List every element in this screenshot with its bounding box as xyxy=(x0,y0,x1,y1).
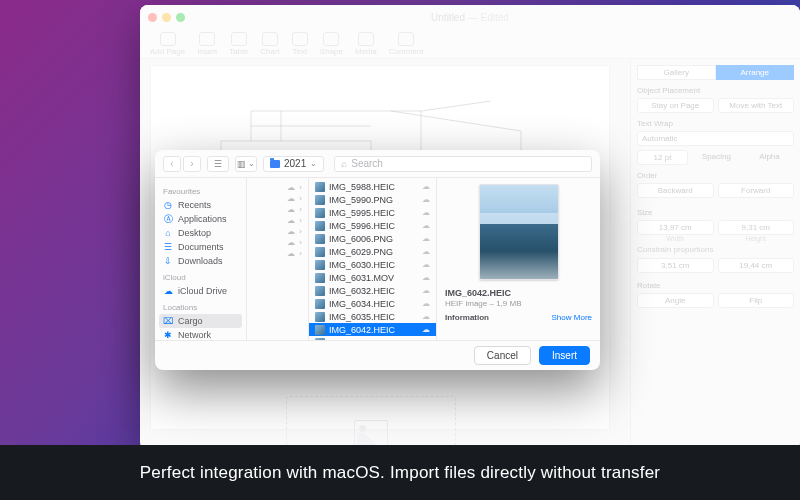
file-thumb-icon xyxy=(315,182,325,192)
file-row[interactable]: IMG_6035.HEIC☁ xyxy=(309,310,436,323)
folder-icon xyxy=(270,160,280,168)
cloud-icon: ☁ xyxy=(422,299,430,308)
file-thumb-icon xyxy=(315,325,325,335)
cloud-icon: ☁ xyxy=(422,195,430,204)
cloud-icon: ☁ xyxy=(287,205,295,214)
file-name: IMG_6034.HEIC xyxy=(329,299,395,309)
folder-popup[interactable]: 2021 ⌄ xyxy=(263,156,324,172)
cloud-icon: ☁ xyxy=(287,238,295,247)
file-row[interactable]: IMG_6042.HEIC☁ xyxy=(309,323,436,336)
group-button[interactable]: ▥⌄ xyxy=(235,156,257,172)
file-row[interactable]: IMG_6034.HEIC☁ xyxy=(309,297,436,310)
file-row[interactable]: IMG_6006.PNG☁ xyxy=(309,232,436,245)
doc-icon: ☰ xyxy=(163,242,173,252)
sidebar-item-recents[interactable]: ◷Recents xyxy=(155,198,246,212)
cloud-icon: ☁ xyxy=(422,286,430,295)
pt-stepper[interactable]: 12 pt xyxy=(637,150,688,165)
constrain-checkbox[interactable]: Constrain proportions xyxy=(637,245,794,254)
back-button[interactable]: ‹ xyxy=(163,156,181,172)
cancel-button[interactable]: Cancel xyxy=(474,346,531,365)
file-row[interactable]: IMG_5990.PNG☁ xyxy=(309,193,436,206)
dialog-footer: Cancel Insert xyxy=(155,340,600,370)
file-row[interactable]: IMG_6030.HEIC☁ xyxy=(309,258,436,271)
file-row[interactable]: IMG_6029.PNG☁ xyxy=(309,245,436,258)
parent-folder-row[interactable]: ☁› xyxy=(251,204,304,215)
width-field[interactable]: 13,97 cm xyxy=(637,220,714,235)
sidebar-item-desktop[interactable]: ⌂Desktop xyxy=(155,226,246,240)
parent-folder-row[interactable]: ☁› xyxy=(251,248,304,259)
sidebar-item-applications[interactable]: ⒶApplications xyxy=(155,212,246,226)
file-name: IMG_6032.HEIC xyxy=(329,286,395,296)
cloud-icon: ☁ xyxy=(422,208,430,217)
pos-x-field[interactable]: 3,51 cm xyxy=(637,258,714,273)
cloud-icon: ☁ xyxy=(287,249,295,258)
minimize-icon[interactable] xyxy=(162,13,171,22)
sidebar-item-network[interactable]: ✱Network xyxy=(155,328,246,340)
insert-button[interactable]: Insert xyxy=(539,346,590,365)
show-more-link[interactable]: Show More xyxy=(552,313,592,322)
sidebar-item-downloads[interactable]: ⇩Downloads xyxy=(155,254,246,268)
stay-on-page-button[interactable]: Stay on Page xyxy=(637,98,714,113)
toolbar-chart[interactable]: Chart xyxy=(260,32,280,56)
dialog-toolbar: ‹ › ☰ ▥⌄ 2021 ⌄ ⌕ Search xyxy=(155,150,600,178)
toolbar-shape[interactable]: Shape xyxy=(320,32,343,56)
sidebar-item-icloud-drive[interactable]: ☁iCloud Drive xyxy=(155,284,246,298)
file-name: IMG_5990.PNG xyxy=(329,195,393,205)
preview-thumbnail xyxy=(479,184,559,280)
flip-button[interactable]: Flip xyxy=(718,293,795,308)
sidebar: Favourites◷RecentsⒶApplications⌂Desktop☰… xyxy=(155,178,247,340)
text-wrap-select[interactable]: Automatic xyxy=(637,131,794,146)
tab-gallery[interactable]: Gallery xyxy=(637,65,716,80)
parent-folder-row[interactable]: ☁› xyxy=(251,237,304,248)
file-row[interactable]: IMG_6032.HEIC☁ xyxy=(309,284,436,297)
file-name: IMG_6030.HEIC xyxy=(329,260,395,270)
desktop-icon: ⌂ xyxy=(163,228,173,238)
cloud-icon: ☁ xyxy=(422,221,430,230)
toolbar-text[interactable]: Text xyxy=(292,32,308,56)
app-icon: Ⓐ xyxy=(163,214,173,224)
toolbar-add-page[interactable]: Add Page xyxy=(150,32,185,56)
column-view-button[interactable]: ☰ xyxy=(207,156,229,172)
parent-folder-row[interactable]: ☁› xyxy=(251,226,304,237)
cloud-icon: ☁ xyxy=(422,273,430,282)
file-thumb-icon xyxy=(315,312,325,322)
search-input[interactable]: ⌕ Search xyxy=(334,156,592,172)
cloud-icon: ☁ xyxy=(287,227,295,236)
toolbar-insert[interactable]: Insert xyxy=(197,32,217,56)
file-thumb-icon xyxy=(315,234,325,244)
column-1[interactable]: ☁›☁›☁›☁›☁›☁›☁› xyxy=(247,178,309,340)
file-row[interactable]: IMG_6031.MOV☁ xyxy=(309,271,436,284)
image-dropzone[interactable]: Drag images here. xyxy=(286,396,456,450)
preview-kind: HEIF image – 1,9 MB xyxy=(445,299,592,308)
toolbar-table[interactable]: Table xyxy=(229,32,248,56)
chevron-right-icon: › xyxy=(299,205,302,214)
height-field[interactable]: 9,31 cm xyxy=(718,220,795,235)
sidebar-item-cargo[interactable]: ⌧Cargo xyxy=(159,314,242,328)
file-row[interactable]: IMG_5995.HEIC☁ xyxy=(309,206,436,219)
inspector-panel: Gallery Arrange Object Placement Stay on… xyxy=(630,59,800,450)
forward-button[interactable]: Forward xyxy=(718,183,795,198)
toolbar-comment[interactable]: Comment xyxy=(389,32,424,56)
backward-button[interactable]: Backward xyxy=(637,183,714,198)
close-icon[interactable] xyxy=(148,13,157,22)
sidebar-item-documents[interactable]: ☰Documents xyxy=(155,240,246,254)
parent-folder-row[interactable]: ☁› xyxy=(251,193,304,204)
toolbar-media[interactable]: Media xyxy=(355,32,377,56)
angle-field[interactable]: Angle xyxy=(637,293,714,308)
parent-folder-row[interactable]: ☁› xyxy=(251,182,304,193)
tab-arrange[interactable]: Arrange xyxy=(716,65,795,80)
file-thumb-icon xyxy=(315,208,325,218)
chevron-right-icon: › xyxy=(299,183,302,192)
chevron-right-icon: › xyxy=(299,249,302,258)
file-row[interactable]: IMG_5996.HEIC☁ xyxy=(309,219,436,232)
file-thumb-icon xyxy=(315,260,325,270)
pos-y-field[interactable]: 19,44 cm xyxy=(718,258,795,273)
file-row[interactable]: IMG_5988.HEIC☁ xyxy=(309,180,436,193)
zoom-icon[interactable] xyxy=(176,13,185,22)
move-with-text-button[interactable]: Move with Text xyxy=(718,98,795,113)
file-list[interactable]: IMG_5988.HEIC☁IMG_5990.PNG☁IMG_5995.HEIC… xyxy=(309,178,437,340)
parent-folder-row[interactable]: ☁› xyxy=(251,215,304,226)
chevron-right-icon: › xyxy=(299,238,302,247)
forward-button[interactable]: › xyxy=(183,156,201,172)
file-name: IMG_6031.MOV xyxy=(329,273,394,283)
